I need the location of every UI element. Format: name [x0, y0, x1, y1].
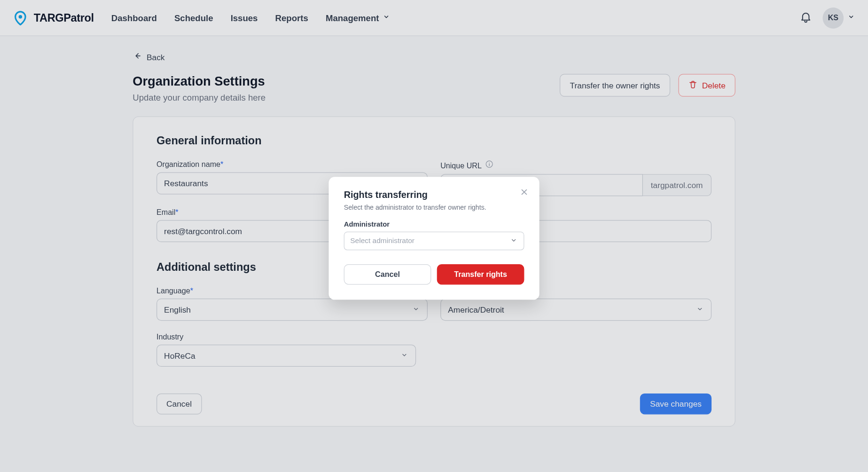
modal-transfer-button[interactable]: Transfer rights — [437, 264, 524, 284]
modal-title: Rights transferring — [344, 190, 524, 200]
modal-admin-label: Administrator — [344, 220, 524, 228]
modal-cancel-button[interactable]: Cancel — [344, 264, 431, 284]
admin-select-placeholder: Select administrator — [350, 237, 414, 245]
rights-transfer-modal: Rights transferring Select the administr… — [328, 177, 539, 299]
chevron-down-icon — [509, 236, 517, 246]
admin-select[interactable]: Select administrator — [344, 232, 524, 251]
modal-subtitle: Select the administrator to transfer own… — [344, 204, 524, 211]
modal-overlay[interactable]: Rights transferring Select the administr… — [0, 0, 868, 472]
close-icon[interactable] — [520, 188, 529, 199]
